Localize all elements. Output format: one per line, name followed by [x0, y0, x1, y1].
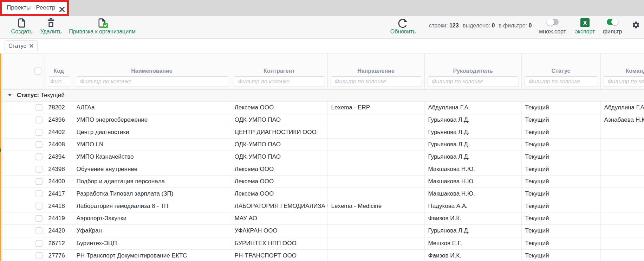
svg-text:X: X: [583, 20, 587, 26]
